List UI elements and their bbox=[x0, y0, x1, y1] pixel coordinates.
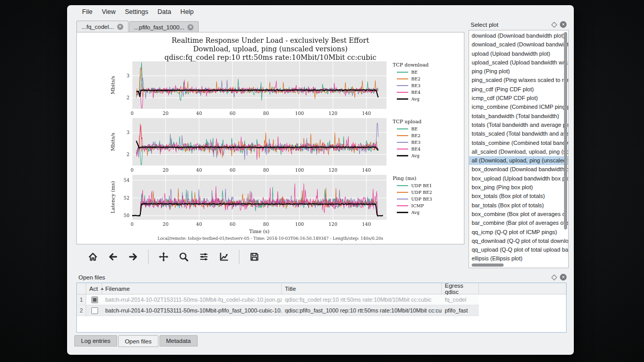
plot-list-item-qq-download[interactable]: qq_download (Q-Q plot of total download … bbox=[469, 237, 568, 245]
table-header-row: ActFilenameTitleEgress qdisc bbox=[77, 283, 566, 294]
zoom-button[interactable] bbox=[175, 249, 192, 265]
configure-subplots-button[interactable] bbox=[196, 249, 212, 265]
float-dock-icon[interactable] bbox=[551, 274, 557, 280]
plot-type-list: download (Download bandwidth plot)downlo… bbox=[469, 30, 569, 268]
plot-list-item-ping-cdf[interactable]: ping_cdf (Ping CDF plot) bbox=[469, 85, 568, 94]
title-cell: qdisc:pfifo_fast_1000 rep:10 rtt:50ms ra… bbox=[282, 305, 442, 316]
plot-list-item-icmp-combine[interactable]: icmp_combine (Combined ICMP ping plot) bbox=[469, 103, 568, 111]
bottom-tab-metadata[interactable]: Metadata bbox=[159, 335, 198, 347]
column-header-title[interactable]: Title bbox=[282, 283, 442, 294]
toolbar-separator bbox=[239, 250, 239, 264]
table-row[interactable]: 2batch-rrul-2014-10-02T153111-50ms-10Mbi… bbox=[77, 305, 479, 316]
row-number-header bbox=[77, 283, 86, 294]
plot-frame bbox=[76, 32, 464, 244]
plot-list-item-ping-scaled[interactable]: ping_scaled (Ping w/axes scaled to remov… bbox=[469, 76, 568, 85]
plot-tab-1[interactable]: ...fq_codel... bbox=[76, 21, 128, 32]
menu-bar: FileViewSettingsDataHelp bbox=[67, 5, 574, 19]
toolbar-separator bbox=[148, 250, 149, 264]
plot-list-item-all[interactable]: all (Download, upload, ping (unscaled ve… bbox=[469, 156, 568, 165]
plot-list-item-download[interactable]: download (Download bandwidth plot) bbox=[469, 31, 568, 40]
select-plot-title: Select plot bbox=[471, 22, 552, 28]
plot-list-item-box-totals[interactable]: box_totals (Box plot of totals) bbox=[469, 192, 568, 201]
vertical-scrollbar[interactable] bbox=[564, 32, 568, 260]
plot-list-item-icmp-cdf[interactable]: icmp_cdf (ICMP CDF plot) bbox=[469, 94, 568, 103]
column-header-filename[interactable]: Filename bbox=[102, 283, 282, 294]
row-number: 2 bbox=[77, 305, 86, 316]
open-files-dock: Open files ActFilenameTitleEgress qdisc1… bbox=[72, 272, 569, 334]
plot-list-item-totals-bandwidth[interactable]: totals_bandwidth (Total bandwidth) bbox=[469, 112, 568, 121]
plot-list-item-box-ping[interactable]: box_ping (Ping box plot) bbox=[469, 183, 568, 192]
plot-list-item-bar-totals[interactable]: bar_totals (Box plot of totals) bbox=[469, 201, 568, 210]
plot-list-item-upload-scaled[interactable]: upload_scaled (Upload bandwidth w/axes s… bbox=[469, 58, 568, 67]
plot-list-item-box-combine[interactable]: box_combine (Box plot of averages of sev… bbox=[469, 210, 568, 219]
menu-help[interactable]: Help bbox=[176, 7, 199, 17]
plot-list-item-totals-combine[interactable]: totals_combine (Combined total bandwidth… bbox=[469, 139, 568, 147]
back-button[interactable] bbox=[105, 249, 121, 265]
filename-cell: batch-rrul-2014-10-02T153111-50ms-10Mbit… bbox=[102, 294, 282, 305]
open-files-title: Open files bbox=[78, 274, 552, 281]
close-dock-icon[interactable] bbox=[560, 274, 567, 281]
float-dock-icon[interactable] bbox=[551, 22, 557, 27]
matplotlib-toolbar bbox=[76, 248, 464, 266]
menu-file[interactable]: File bbox=[77, 7, 97, 17]
plot-list-item-box-download[interactable]: box_download (Download bandwidth box plo… bbox=[469, 165, 568, 174]
home-button[interactable] bbox=[85, 249, 101, 265]
plot-list-item-box-upload[interactable]: box_upload (Upload bandwidth box plot) bbox=[469, 174, 568, 183]
active-checkbox[interactable] bbox=[91, 297, 98, 303]
title-cell: qdisc:fq_codel rep:10 rtt:50ms rate:10Mb… bbox=[282, 294, 442, 305]
edit-plot-button[interactable] bbox=[216, 249, 232, 265]
bottom-tab-log-entries[interactable]: Log entries bbox=[74, 335, 117, 347]
menu-settings[interactable]: Settings bbox=[120, 7, 153, 17]
egress-qdisc-cell: fq_codel bbox=[442, 294, 479, 305]
flent-window: FileViewSettingsDataHelp ...fq_codel....… bbox=[67, 5, 574, 355]
plot-list-item-qq-icmp[interactable]: qq_icmp (Q-Q plot of ICMP pings) bbox=[469, 228, 568, 237]
home-icon bbox=[88, 252, 98, 262]
select-plot-dock: Select plot download (Download bandwidth… bbox=[469, 20, 569, 268]
plot-tab-bar: ...fq_codel......pfifo_fast_1000... bbox=[76, 21, 199, 32]
bottom-tab-open-files[interactable]: Open files bbox=[118, 335, 158, 347]
open-files-header: Open files bbox=[72, 272, 569, 282]
tab-close-icon[interactable] bbox=[117, 24, 123, 30]
active-checkbox[interactable] bbox=[91, 307, 98, 314]
plot-list-item-all-scaled[interactable]: all_scaled (Download, upload, ping (scal… bbox=[469, 147, 568, 156]
plot-list-item-totals[interactable]: totals (Total bandwidth and average ping… bbox=[469, 121, 568, 129]
save-button[interactable] bbox=[246, 249, 263, 265]
back-icon bbox=[108, 252, 118, 262]
row-number: 1 bbox=[77, 294, 86, 305]
table-row[interactable]: 1batch-rrul-2014-10-02T153111-50ms-10Mbi… bbox=[77, 294, 479, 305]
open-files-table: ActFilenameTitleEgress qdisc1batch-rrul-… bbox=[76, 283, 567, 333]
save-icon bbox=[249, 252, 260, 262]
plot-tab-2[interactable]: ...pfifo_fast_1000... bbox=[129, 21, 199, 32]
plot-list-item-ellipsis[interactable]: ellipsis (Ellipsis plot) bbox=[469, 254, 568, 263]
column-header-act[interactable]: Act bbox=[86, 283, 102, 294]
plot-list-item-bar-combine[interactable]: bar_combine (Bar plot of averages of sev… bbox=[469, 219, 568, 227]
menu-view[interactable]: View bbox=[97, 7, 120, 17]
plot-list-item-upload[interactable]: upload (Upload bandwidth plot) bbox=[469, 50, 568, 58]
plot-tab-label: ...pfifo_fast_1000... bbox=[134, 24, 185, 30]
bottom-tab-bar: Log entriesOpen filesMetadata bbox=[74, 335, 198, 347]
zoom-icon bbox=[179, 252, 189, 262]
edit-plot-icon bbox=[219, 252, 229, 262]
vertical-scrollbar-thumb[interactable] bbox=[564, 32, 567, 229]
forward-icon bbox=[128, 252, 138, 262]
act-cell bbox=[86, 305, 102, 316]
horizontal-scrollbar-thumb[interactable] bbox=[472, 264, 504, 267]
figure-canvas[interactable] bbox=[77, 32, 464, 244]
plot-list-item-totals-scaled[interactable]: totals_scaled (Total bandwidth and avera… bbox=[469, 129, 568, 138]
plot-tab-label: ...fq_codel... bbox=[82, 24, 114, 30]
pan-button[interactable] bbox=[155, 249, 172, 265]
horizontal-scrollbar[interactable] bbox=[470, 263, 562, 267]
egress-qdisc-cell: pfifo_fast bbox=[442, 305, 479, 316]
forward-button[interactable] bbox=[125, 249, 141, 265]
configure-subplots-icon bbox=[199, 252, 209, 262]
tab-close-icon[interactable] bbox=[187, 24, 194, 30]
column-header-egress-qdisc[interactable]: Egress qdisc bbox=[442, 283, 479, 294]
plot-list-item-download-scaled[interactable]: download_scaled (Download bandwidth w/ax… bbox=[469, 40, 568, 49]
menu-data[interactable]: Data bbox=[153, 7, 175, 17]
close-dock-icon[interactable] bbox=[560, 21, 567, 28]
plot-list-item-qq-upload[interactable]: qq_upload (Q-Q plot of total upload band… bbox=[469, 245, 568, 254]
header-filler bbox=[479, 283, 566, 294]
pan-icon bbox=[158, 252, 169, 262]
plot-list-item-ping[interactable]: ping (Ping plot) bbox=[469, 67, 568, 76]
act-cell bbox=[86, 294, 102, 305]
